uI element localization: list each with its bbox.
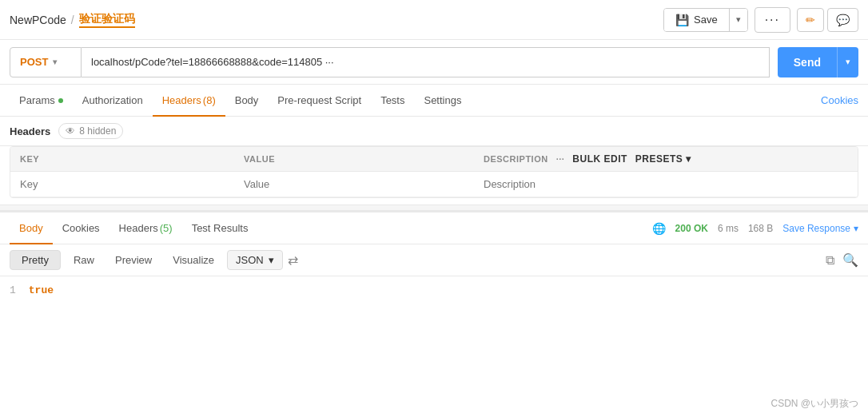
copy-icon[interactable]: ⧉: [826, 253, 834, 268]
request-tabs: Params Authorization Headers(8) Body Pre…: [10, 85, 471, 116]
tab-body[interactable]: Body: [225, 85, 269, 117]
tab-prerequest-label: Pre-request Script: [277, 94, 361, 106]
preview-button[interactable]: Preview: [107, 251, 160, 269]
format-right-actions: ⧉ 🔍: [826, 252, 858, 268]
col-value: VALUE: [234, 147, 474, 172]
breadcrumb-separator: /: [71, 14, 74, 26]
presets-button[interactable]: Presets ▾: [635, 153, 691, 165]
presets-label: Presets: [635, 153, 683, 165]
response-time: 6 ms: [718, 223, 739, 234]
top-actions: 💾 Save ▾ ··· ✏ 💬: [663, 7, 858, 33]
description-input[interactable]: [484, 178, 848, 190]
send-dropdown-button[interactable]: ▾: [837, 47, 858, 77]
url-input[interactable]: [91, 56, 759, 68]
globe-icon: 🌐: [652, 222, 666, 235]
response-meta: 🌐 200 OK 6 ms 168 B Save Response ▾: [652, 222, 858, 235]
tab-headers-label: Headers: [162, 94, 201, 106]
response-size: 168 B: [748, 223, 773, 234]
response-tab-body[interactable]: Body: [10, 213, 53, 244]
tab-tests[interactable]: Tests: [371, 85, 414, 117]
tab-authorization-label: Authorization: [82, 94, 143, 106]
floppy-icon: 💾: [675, 14, 689, 26]
headers-sub-label: Headers: [10, 125, 50, 137]
headers-table: KEY VALUE DESCRIPTION ··· Bulk Edit Pres…: [10, 147, 858, 197]
presets-chevron-icon: ▾: [686, 153, 691, 165]
tab-settings[interactable]: Settings: [414, 85, 471, 117]
col-desc-actions: DESCRIPTION ··· Bulk Edit Presets ▾: [484, 153, 848, 165]
request-tabs-row: Params Authorization Headers(8) Body Pre…: [0, 85, 868, 117]
breadcrumb: NewPCode / 验证验证码: [10, 12, 135, 28]
section-divider: [0, 205, 868, 211]
tab-body-label: Body: [235, 94, 259, 106]
tab-authorization[interactable]: Authorization: [73, 85, 153, 117]
send-group: Send ▾: [778, 47, 858, 77]
tab-tests-label: Tests: [380, 94, 404, 106]
json-chevron-icon: ▾: [269, 254, 274, 266]
response-headers-count: (5): [160, 222, 173, 234]
pretty-button[interactable]: Pretty: [10, 250, 61, 270]
headers-sub-bar: Headers 👁 8 hidden: [0, 117, 868, 146]
headers-count: (8): [203, 94, 216, 106]
search-icon[interactable]: 🔍: [842, 252, 858, 268]
json-label: JSON: [236, 254, 264, 266]
edit-button[interactable]: ✏: [797, 8, 824, 32]
url-container: [82, 47, 770, 77]
hidden-toggle[interactable]: 👁 8 hidden: [58, 123, 123, 139]
pencil-icon: ✏: [806, 14, 815, 26]
top-bar: NewPCode / 验证验证码 💾 Save ▾ ··· ✏ 💬: [0, 0, 868, 40]
more-button[interactable]: ···: [755, 7, 790, 33]
table-row: [10, 172, 858, 197]
col-more-icon: ···: [556, 154, 565, 164]
wrap-icon[interactable]: ⇄: [288, 252, 298, 268]
watermark: CSDN @い小男孩つ: [770, 397, 858, 411]
tab-prerequest[interactable]: Pre-request Script: [268, 85, 371, 117]
params-dot: [58, 98, 63, 103]
value-input[interactable]: [244, 178, 464, 190]
raw-button[interactable]: Raw: [66, 251, 102, 269]
response-section: Body Cookies Headers(5) Test Results 🌐 2…: [0, 211, 868, 316]
comment-button[interactable]: 💬: [827, 8, 858, 32]
format-options: Pretty Raw Preview Visualize JSON ▾ ⇄: [10, 250, 298, 270]
comment-icon: 💬: [836, 14, 850, 26]
send-button[interactable]: Send: [778, 47, 837, 77]
hidden-count: 8 hidden: [79, 125, 116, 137]
code-value: true: [29, 284, 54, 308]
method-selector[interactable]: POST ▾: [10, 47, 82, 77]
status-badge: 200 OK: [675, 223, 708, 234]
tab-params-label: Params: [19, 94, 55, 106]
breadcrumb-current[interactable]: 验证验证码: [79, 12, 135, 28]
eye-icon: 👁: [66, 125, 75, 137]
save-dropdown-button[interactable]: ▾: [729, 9, 747, 31]
code-area: 1 true: [0, 276, 868, 316]
response-tab-test-results[interactable]: Test Results: [182, 213, 258, 244]
key-input[interactable]: [20, 178, 225, 190]
tab-headers[interactable]: Headers(8): [153, 85, 225, 117]
save-button[interactable]: 💾 Save: [664, 9, 729, 31]
response-tab-body-label: Body: [19, 222, 43, 234]
save-group: 💾 Save ▾: [663, 8, 748, 32]
col-description-label: DESCRIPTION: [484, 154, 548, 164]
response-tabs-row: Body Cookies Headers(5) Test Results 🌐 2…: [0, 212, 868, 244]
save-response-chevron-icon: ▾: [854, 223, 858, 234]
response-tab-headers-label: Headers: [119, 222, 158, 234]
response-tab-cookies[interactable]: Cookies: [53, 213, 109, 244]
visualize-button[interactable]: Visualize: [165, 251, 222, 269]
tab-params[interactable]: Params: [10, 85, 73, 117]
breadcrumb-parent[interactable]: NewPCode: [10, 14, 66, 26]
line-number: 1: [10, 284, 16, 308]
headers-table-container: KEY VALUE DESCRIPTION ··· Bulk Edit Pres…: [10, 146, 858, 198]
cookies-button[interactable]: Cookies: [821, 94, 858, 106]
request-bar: POST ▾ Send ▾: [0, 40, 868, 85]
table-header: KEY VALUE DESCRIPTION ··· Bulk Edit Pres…: [10, 147, 858, 172]
save-response-button[interactable]: Save Response ▾: [782, 223, 858, 234]
col-key: KEY: [10, 147, 234, 172]
bulk-edit-button[interactable]: Bulk Edit: [572, 153, 627, 165]
save-response-label: Save Response: [782, 223, 850, 234]
method-chevron-icon: ▾: [53, 58, 57, 66]
save-label: Save: [694, 14, 718, 26]
json-format-selector[interactable]: JSON ▾: [227, 250, 283, 270]
response-tab-test-label: Test Results: [192, 222, 249, 234]
response-tabs: Body Cookies Headers(5) Test Results: [10, 212, 257, 244]
tab-settings-label: Settings: [424, 94, 461, 106]
response-tab-headers[interactable]: Headers(5): [109, 213, 182, 244]
